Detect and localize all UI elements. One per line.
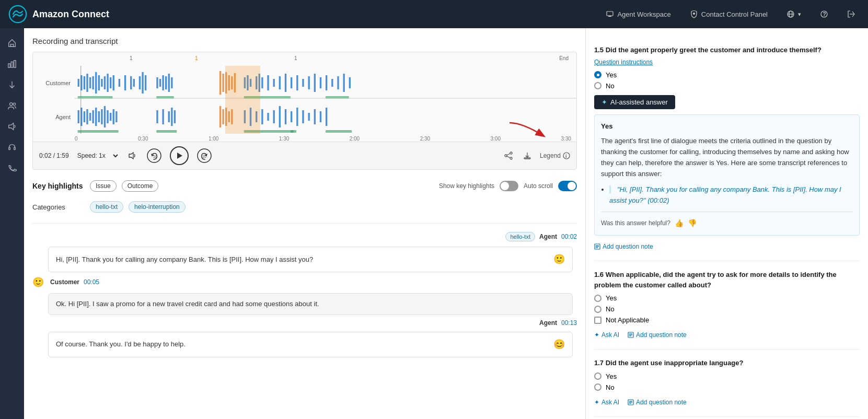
- sidebar-item-phone[interactable]: [3, 159, 21, 178]
- sidebar-item-headset[interactable]: [3, 138, 21, 157]
- volume-button[interactable]: [126, 149, 138, 162]
- play-button[interactable]: [170, 146, 189, 165]
- rewind-button[interactable]: 10: [145, 146, 164, 165]
- svg-rect-33: [124, 75, 126, 90]
- svg-rect-89: [110, 113, 111, 121]
- categories-label: Categories: [32, 203, 85, 211]
- q1-6-no-radio[interactable]: [594, 306, 601, 313]
- ai-quote-text: "Hi, [PII]. Thank you for calling any co…: [609, 185, 841, 204]
- svg-rect-11: [8, 64, 10, 67]
- customer-waveform[interactable]: [75, 66, 576, 100]
- cat-tag-helo[interactable]: helo-interruption: [129, 201, 186, 213]
- msg1-time[interactable]: 00:02: [561, 233, 577, 240]
- q1-6-na[interactable]: Not Applicable: [594, 316, 860, 324]
- agent-workspace-label: Agent Workspace: [617, 10, 670, 18]
- q1-6-add-note-link[interactable]: Add question note: [628, 329, 687, 341]
- q1-5-no[interactable]: No: [594, 82, 860, 90]
- svg-rect-19: [78, 79, 79, 87]
- msg1-tag[interactable]: hello-txt: [505, 232, 535, 241]
- svg-rect-45: [219, 71, 221, 95]
- share-button[interactable]: [502, 149, 515, 162]
- svg-rect-97: [219, 106, 221, 127]
- sidebar-item-charts[interactable]: [3, 54, 21, 73]
- sidebar-item-people[interactable]: [3, 96, 21, 115]
- q1-5-yes-label: Yes: [606, 71, 617, 79]
- svg-point-3: [693, 13, 695, 15]
- q1-5-add-note-link[interactable]: Add question note: [594, 241, 653, 252]
- msg3-text: Of course. Thank you. I'd be happy to he…: [56, 339, 548, 350]
- timeline-030: 0:30: [138, 136, 148, 142]
- q1-6-ask-ai-link[interactable]: ✦ Ask AI: [594, 331, 619, 339]
- logout-button[interactable]: [843, 8, 860, 20]
- language-button[interactable]: ▾: [782, 8, 805, 20]
- sidebar-item-volume[interactable]: [3, 117, 21, 136]
- issue-tag[interactable]: Issue: [90, 180, 117, 192]
- svg-rect-26: [98, 75, 100, 90]
- svg-point-15: [13, 103, 16, 106]
- q1-6-na-checkbox[interactable]: [594, 317, 601, 324]
- svg-rect-32: [119, 79, 120, 87]
- cat-tag-hello[interactable]: hello-txt: [90, 201, 123, 213]
- q1-7-add-note-link[interactable]: Add question note: [628, 397, 687, 408]
- q1-7-no[interactable]: No: [594, 383, 860, 391]
- outcome-tag[interactable]: Outcome: [122, 180, 159, 192]
- q1-5-yes[interactable]: Yes: [594, 71, 860, 79]
- sidebar-item-arrow[interactable]: [3, 75, 21, 94]
- q1-6-yes[interactable]: Yes: [594, 294, 860, 302]
- q1-5-yes-radio[interactable]: [594, 71, 601, 78]
- svg-rect-29: [107, 74, 108, 92]
- top-navigation: Amazon Connect Agent Workspace Contact C…: [0, 0, 868, 28]
- svg-rect-119: [156, 130, 177, 133]
- q1-6-no-label: No: [606, 305, 615, 313]
- auto-scroll-label: Auto scroll: [524, 182, 553, 190]
- legend-button[interactable]: Legend i: [540, 152, 570, 159]
- show-highlights-toggle[interactable]: [500, 181, 518, 191]
- svg-rect-24: [92, 76, 94, 89]
- svg-rect-108: [279, 106, 281, 127]
- svg-rect-30: [110, 77, 111, 88]
- thumbs-down-button[interactable]: 👎: [688, 217, 697, 229]
- svg-point-131: [510, 157, 512, 159]
- q1-5-no-radio[interactable]: [594, 82, 601, 89]
- auto-scroll-toggle[interactable]: [558, 181, 577, 191]
- agent-workspace-button[interactable]: Agent Workspace: [601, 8, 675, 20]
- q1-5-text: Did the agent properly greet the custome…: [606, 46, 821, 54]
- svg-rect-134: [524, 158, 530, 159]
- svg-rect-81: [86, 109, 88, 124]
- msg3-time[interactable]: 00:13: [561, 319, 577, 327]
- sidebar-item-home[interactable]: [3, 33, 21, 52]
- svg-rect-1: [607, 11, 613, 16]
- q1-6-yes-radio[interactable]: [594, 295, 601, 302]
- svg-line-133: [507, 156, 510, 158]
- thumbs-up-button[interactable]: 👍: [675, 217, 684, 229]
- svg-rect-18: [14, 147, 16, 150]
- q1-7-yes-radio[interactable]: [594, 373, 601, 380]
- svg-text:10: 10: [153, 155, 157, 158]
- q1-7-ask-ai-link[interactable]: ✦ Ask AI: [594, 399, 619, 406]
- download-button[interactable]: [521, 149, 534, 162]
- help-button[interactable]: ?: [816, 8, 832, 20]
- q1-7-yes[interactable]: Yes: [594, 373, 860, 380]
- svg-rect-2: [608, 16, 611, 17]
- highlights-right: Show key highlights Auto scroll: [439, 181, 577, 191]
- svg-rect-13: [14, 61, 16, 68]
- svg-rect-39: [156, 77, 158, 88]
- svg-rect-98: [222, 109, 224, 124]
- recording-title: Recording and transcript: [32, 37, 577, 45]
- msg2-time[interactable]: 00:05: [84, 278, 99, 286]
- svg-rect-84: [95, 108, 97, 126]
- timeline-130: 1:30: [279, 136, 289, 142]
- svg-rect-85: [98, 111, 100, 122]
- q1-5-instructions-link[interactable]: Question instructions: [594, 59, 860, 66]
- agent-waveform[interactable]: [75, 100, 576, 134]
- fast-forward-button[interactable]: 10: [195, 146, 214, 165]
- q1-7-no-radio[interactable]: [594, 383, 601, 391]
- ai-quote-time-link[interactable]: (00:02): [647, 196, 669, 204]
- svg-rect-17: [9, 147, 10, 150]
- contact-control-panel-button[interactable]: Contact Control Panel: [686, 8, 772, 20]
- ai-assisted-answer-button[interactable]: ✦ AI-assisted answer: [594, 95, 675, 109]
- speed-select[interactable]: Speed: 1x Speed: 0.5x Speed: 1.5x Speed:…: [75, 152, 120, 160]
- q1-6-no[interactable]: No: [594, 305, 860, 313]
- q1-6-title: 1.6 When applicable, did the agent try t…: [594, 270, 860, 290]
- svg-rect-78: [78, 110, 79, 123]
